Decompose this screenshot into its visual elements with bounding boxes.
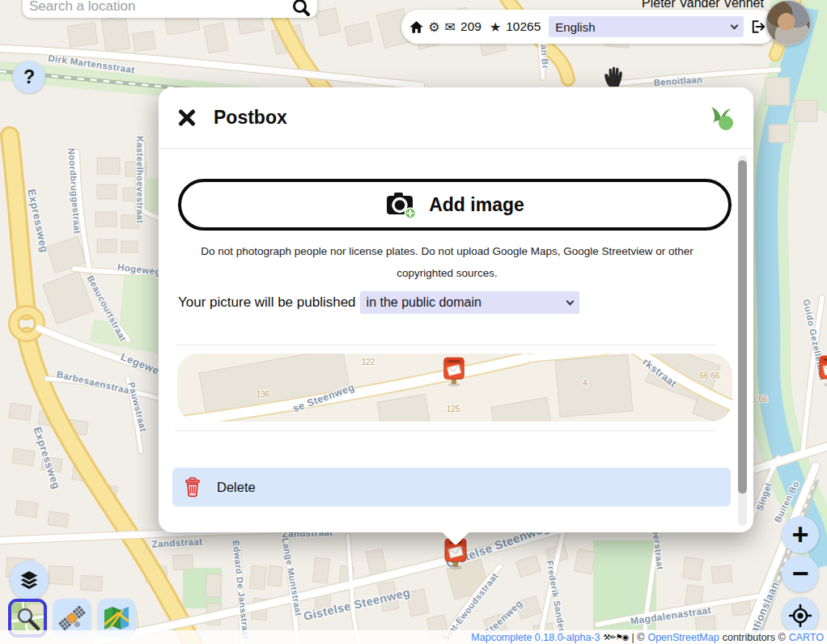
layers-icon	[17, 568, 41, 592]
mapcomplete-version-link[interactable]: Mapcomplete 0.18.0-alpha-3	[471, 632, 600, 643]
geolocate-button[interactable]	[782, 597, 819, 634]
street-label: Kasteelhoevestraat	[135, 136, 145, 223]
language-select[interactable]: English	[549, 16, 744, 37]
zoom-in-button[interactable]: +	[782, 516, 819, 553]
housenumber-label: 4	[583, 379, 587, 388]
messages-count: 209	[460, 19, 481, 34]
delete-button[interactable]: Delete	[172, 468, 731, 506]
search-icon[interactable]	[291, 0, 311, 17]
housenumber-label: 66;66	[699, 371, 719, 380]
search-bar	[23, 0, 317, 18]
street-label: Expressweg	[32, 426, 63, 491]
street-label: Beaucourtstraat	[85, 273, 128, 342]
zoom-out-button[interactable]: −	[782, 555, 819, 592]
mail-icon[interactable]: ✉	[445, 19, 456, 35]
street-label: Zandstraat	[151, 536, 202, 549]
street-label: Hogeweg	[117, 262, 162, 277]
street-label: Singel	[754, 481, 773, 511]
street-label: Barbesaenstraat	[56, 369, 134, 396]
trash-icon	[184, 477, 201, 498]
attribution-bar: Mapcomplete 0.18.0-alpha-3 ⚒✏⚑◉ | © Open…	[0, 630, 827, 644]
license-select[interactable]: in the public domain	[360, 291, 579, 314]
user-toolbar: ⚙ ✉ 209 ★ 10265 English	[401, 10, 777, 44]
chevron-down-icon	[730, 22, 738, 30]
help-button[interactable]: ?	[13, 61, 45, 93]
logout-icon[interactable]	[749, 18, 766, 36]
scrollbar-thumb[interactable]	[738, 160, 747, 494]
divider	[175, 345, 716, 345]
housenumber-label: 122	[362, 358, 375, 366]
divider	[175, 430, 716, 431]
street-label: Noordbruggestraat	[66, 148, 82, 235]
stars-count: 10265	[506, 19, 541, 34]
minimap-labels: se Steenwegrkstraat122136125466;66	[177, 354, 732, 422]
street-label: Benoitlaan	[654, 74, 703, 87]
osm-link[interactable]: OpenStreetMap	[647, 632, 719, 643]
popup-header: Postbox	[159, 87, 753, 149]
chevron-down-icon	[566, 298, 574, 306]
location-minimap[interactable]: se Steenwegrkstraat122136125466;66	[177, 354, 732, 422]
license-row: Your picture will be published in the pu…	[178, 291, 732, 314]
postbox-popup: Postbox Add image Do not photograph peop…	[159, 87, 753, 532]
attribution-contributors: contributors ©	[723, 632, 786, 643]
add-image-button[interactable]: Add image	[178, 179, 732, 231]
mapcomplete-logo-icon	[706, 104, 736, 133]
postbox-marker-edge[interactable]	[817, 354, 827, 387]
street-label: Pauwstraat	[127, 381, 149, 433]
satellite-icon	[57, 604, 87, 633]
housenumber-label: 125	[447, 405, 460, 413]
street-label: Lange Muntstraat	[281, 537, 304, 617]
popup-title: Postbox	[214, 107, 287, 129]
help-label: ?	[23, 66, 35, 88]
attribution-separator: | ©	[632, 632, 645, 643]
star-icon: ★	[490, 19, 501, 35]
street-label: rkstraat	[640, 356, 678, 389]
home-icon[interactable]	[409, 20, 423, 34]
popup-body: Add image Do not photograph people nor l…	[159, 150, 732, 526]
layers-button[interactable]	[10, 561, 49, 600]
popup-scrollbar[interactable]	[738, 155, 747, 526]
carto-link[interactable]: CARTO	[789, 632, 824, 643]
license-prefix: Your picture will be published	[178, 294, 356, 311]
street-label: Expressweg	[25, 188, 50, 253]
housenumber-label: 136	[257, 390, 270, 399]
street-label: Magdalenastraat	[630, 604, 712, 627]
camera-icon	[385, 190, 418, 219]
street-label: Edward De Jansstraat	[231, 540, 252, 640]
street-label: Dirk Martensstraat	[48, 53, 136, 75]
street-label: se Steenweg	[291, 382, 356, 415]
crosshair-icon	[788, 604, 812, 628]
street-label: Frederik Sanderla	[545, 560, 568, 641]
avatar[interactable]	[766, 0, 811, 45]
add-image-label: Add image	[429, 194, 524, 216]
street-label: Gistelse Steenweg	[302, 586, 411, 623]
close-icon[interactable]	[176, 108, 197, 129]
attribution-icons: ⚒✏⚑◉	[603, 633, 628, 642]
app-viewport: Dirk MartensstraatExpresswegNoordbrugges…	[0, 0, 827, 644]
image-policy-note: Do not photograph people nor license pla…	[178, 240, 716, 284]
hand-cursor-icon	[602, 65, 625, 87]
language-value: English	[555, 20, 595, 34]
license-value: in the public domain	[367, 295, 481, 310]
delete-label: Delete	[217, 480, 256, 495]
gear-icon[interactable]: ⚙	[428, 19, 439, 35]
search-input[interactable]	[29, 0, 291, 15]
folded-map-icon	[102, 604, 131, 633]
